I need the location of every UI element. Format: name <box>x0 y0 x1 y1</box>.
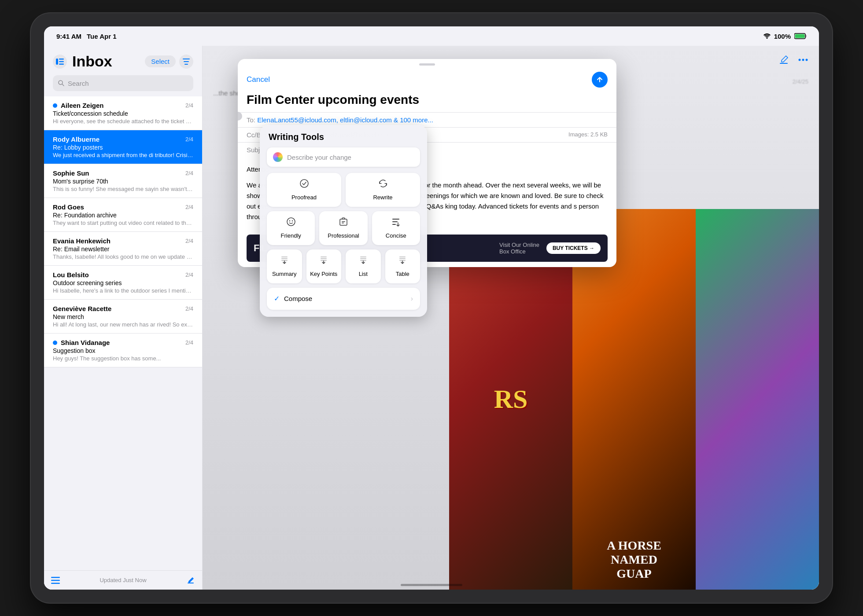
svg-rect-29 <box>392 221 398 222</box>
svg-rect-31 <box>281 257 288 257</box>
mail-date: 2/4 <box>185 339 193 346</box>
svg-rect-35 <box>321 258 327 259</box>
mail-item[interactable]: Rody Albuerne 2/4 Re: Lobby posters We j… <box>44 130 202 164</box>
filter-button[interactable] <box>179 55 193 69</box>
wt-row-3: Summary Key Points <box>267 249 420 283</box>
svg-rect-38 <box>360 258 366 259</box>
svg-rect-13 <box>51 577 60 578</box>
home-indicator <box>401 584 462 586</box>
status-bar-right: 100% <box>763 33 807 40</box>
table-button[interactable]: Table <box>385 249 420 283</box>
mail-preview: We just received a shipment from the di … <box>53 152 193 158</box>
compose-row[interactable]: ✓ Compose › <box>267 288 420 310</box>
svg-point-23 <box>289 220 290 221</box>
status-bar: 9:41 AM Tue Apr 1 100% <box>44 26 819 46</box>
svg-rect-9 <box>184 61 189 62</box>
mail-item[interactable]: Shian Vidanage 2/4 Suggestion box Hey gu… <box>44 334 202 367</box>
mail-sender: Rod Goes <box>53 203 84 211</box>
professional-label: Professional <box>328 232 359 240</box>
mail-subject: New merch <box>53 313 193 320</box>
battery-icon <box>794 33 807 39</box>
mail-item[interactable]: Rod Goes 2/4 Re: Foundation archive They… <box>44 198 202 232</box>
modal-handle <box>238 59 616 70</box>
mail-sender: Shian Vidanage <box>61 339 110 346</box>
svg-rect-27 <box>342 223 344 224</box>
svg-rect-6 <box>59 61 64 62</box>
list-label: List <box>359 271 368 278</box>
cancel-button[interactable]: Cancel <box>247 75 270 84</box>
compose-label: Compose <box>284 295 312 302</box>
svg-rect-4 <box>56 59 58 65</box>
svg-rect-26 <box>342 221 345 222</box>
search-bar[interactable]: Search <box>53 75 193 91</box>
mail-date: 2/4 <box>185 238 193 244</box>
app-area: Inbox Select <box>44 46 819 590</box>
mail-preview: Thanks, Isabelle! All looks good to me o… <box>53 253 193 260</box>
search-placeholder: Search <box>68 80 89 87</box>
more-icon <box>798 59 808 61</box>
mail-item[interactable]: Lou Belsito 2/4 Outdoor screening series… <box>44 266 202 300</box>
wt-input-placeholder: Describe your change <box>287 154 351 161</box>
more-button[interactable] <box>796 53 810 67</box>
wt-row-1: Proofread Rewrite <box>267 173 420 207</box>
mail-item[interactable]: Aileen Zeigen 2/4 Ticket/concession sche… <box>44 96 202 130</box>
svg-point-19 <box>802 59 804 61</box>
mail-preview: Hi all! At long last, our new merch has … <box>53 321 193 328</box>
battery-display: 100% <box>774 33 791 40</box>
mail-subject: Ticket/concession schedule <box>53 110 193 117</box>
search-icon <box>58 80 64 86</box>
send-icon <box>596 76 604 84</box>
mail-date: 2/4 <box>185 204 193 210</box>
mail-sender: Sophie Sun <box>53 169 89 177</box>
inbox-title: Inbox <box>72 53 112 70</box>
list-icon[interactable] <box>51 576 60 585</box>
compose-icon-sidebar[interactable] <box>186 576 195 585</box>
summary-button[interactable]: Summary <box>267 249 302 283</box>
compose-button[interactable] <box>777 53 791 67</box>
rewrite-label: Rewrite <box>373 194 392 202</box>
mail-item[interactable]: Geneviève Racette 2/4 New merch Hi all! … <box>44 300 202 334</box>
mail-preview: Hey guys! The suggestion box has some... <box>53 355 193 362</box>
svg-rect-2 <box>795 34 805 38</box>
unread-dot <box>53 341 57 345</box>
svg-rect-10 <box>184 64 188 65</box>
svg-rect-32 <box>281 258 288 259</box>
email-title: Film Center upcoming events <box>238 93 616 112</box>
list-button[interactable]: List <box>346 249 381 283</box>
sidebar-toggle-button[interactable] <box>53 55 67 69</box>
mail-date: 2/4 <box>185 170 193 176</box>
mail-item[interactable]: Evania Henkewich 2/4 Re: Email newslette… <box>44 232 202 266</box>
ipad-screen: 9:41 AM Tue Apr 1 100% <box>44 26 819 590</box>
mail-date: 2/4 <box>185 136 193 143</box>
key-points-button[interactable]: Key Points <box>306 249 342 283</box>
summary-icon <box>279 255 290 268</box>
mail-date: 2/4 <box>185 305 193 312</box>
send-button[interactable] <box>592 72 608 88</box>
mail-sender: Lou Belsito <box>53 271 89 279</box>
rewrite-button[interactable]: Rewrite <box>346 173 420 207</box>
writing-tools-title: Writing Tools <box>267 132 420 142</box>
mail-item[interactable]: Sophie Sun 2/4 Mom's surprise 70th This … <box>44 164 202 198</box>
professional-button[interactable]: Professional <box>319 211 367 245</box>
mail-sender: Evania Henkewich <box>53 237 111 245</box>
svg-rect-41 <box>399 258 406 259</box>
buy-tickets-button[interactable]: BUY TICKETS → <box>546 242 601 254</box>
writing-tools-input[interactable]: Describe your change <box>267 147 420 167</box>
key-points-label: Key Points <box>310 271 337 278</box>
concise-button[interactable]: Concise <box>372 211 420 245</box>
sidebar-bottom: Updated Just Now <box>44 570 202 590</box>
summary-label: Summary <box>272 271 297 278</box>
select-button[interactable]: Select <box>145 55 176 67</box>
compose-icon <box>779 55 789 65</box>
compose-left: ✓ Compose <box>274 294 312 303</box>
proofread-button[interactable]: Proofread <box>267 173 341 207</box>
svg-point-24 <box>291 220 292 221</box>
svg-point-22 <box>287 218 295 226</box>
proofread-icon <box>299 178 310 191</box>
concise-label: Concise <box>386 232 406 240</box>
friendly-button[interactable]: Friendly <box>267 211 315 245</box>
svg-point-20 <box>806 59 808 61</box>
svg-rect-28 <box>392 219 399 220</box>
list-icon-wt <box>358 255 369 268</box>
table-label: Table <box>396 271 409 278</box>
